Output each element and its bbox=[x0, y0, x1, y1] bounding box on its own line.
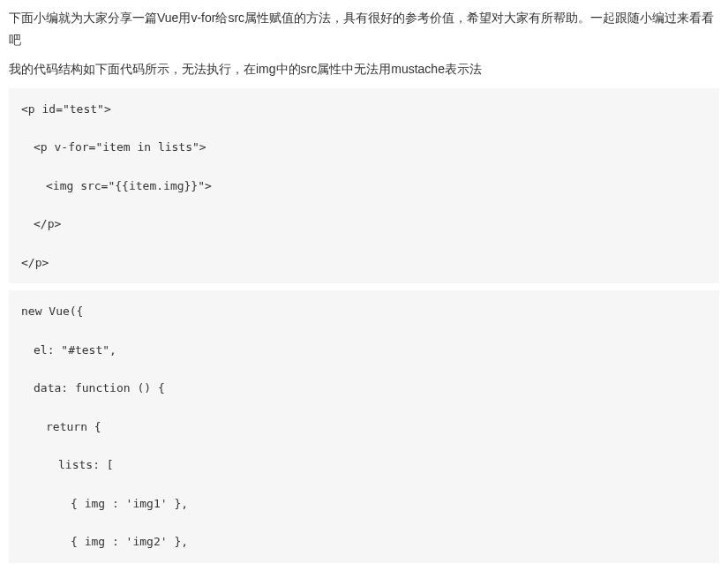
code-line: { img : 'img1' }, bbox=[21, 495, 707, 513]
code-line: lists: [ bbox=[21, 456, 707, 474]
code-line: <p id="test"> bbox=[21, 101, 707, 118]
code-line: <p v-for="item in lists"> bbox=[21, 139, 707, 156]
code-block-js: new Vue({ el: "#test", data: function ()… bbox=[9, 290, 719, 563]
code-line: { img : 'img2' }, bbox=[21, 533, 707, 551]
code-line: new Vue({ bbox=[21, 303, 707, 320]
code-line: </p> bbox=[21, 215, 707, 233]
code-line: data: function () { bbox=[21, 379, 707, 397]
code-line: <img src="{{item.img}}"> bbox=[21, 177, 707, 195]
intro-paragraph: 下面小编就为大家分享一篇Vue用v-for给src属性赋值的方法，具有很好的参考… bbox=[0, 7, 728, 51]
description-paragraph: 我的代码结构如下面代码所示，无法执行，在img中的src属性中无法用mustac… bbox=[0, 58, 728, 80]
code-block-html: <p id="test"> <p v-for="item in lists"> … bbox=[9, 88, 719, 284]
code-line: return { bbox=[21, 418, 707, 436]
code-line: el: "#test", bbox=[21, 342, 707, 359]
code-line: </p> bbox=[21, 254, 707, 272]
